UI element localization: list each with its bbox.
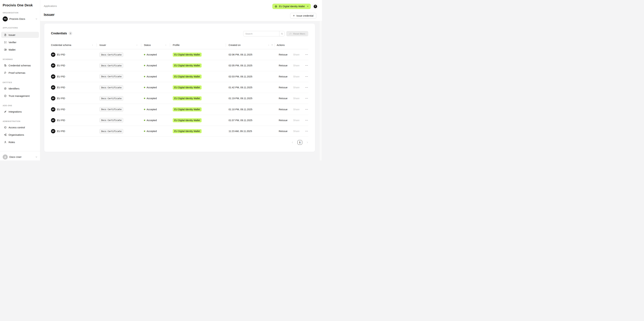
credential-schema-avatar: EP	[51, 74, 55, 79]
user-avatar	[3, 154, 8, 159]
sidebar-item-proof-schemas[interactable]: Proof schemas	[1, 70, 39, 76]
credential-schema-avatar: EP	[51, 96, 55, 100]
more-actions-icon[interactable]: ···	[305, 86, 308, 89]
share-action[interactable]: Share	[293, 86, 300, 89]
share-action[interactable]: Share	[293, 64, 300, 67]
issuer-tag: Docs Certificate	[100, 63, 123, 68]
credentials-title: Credentials	[51, 32, 67, 35]
issuer-tag: Docs Certificate	[100, 52, 123, 57]
reissue-action[interactable]: Reissue	[279, 53, 288, 56]
profile-tag: EU Digital Identity Wallet	[173, 96, 202, 100]
sort-icon[interactable]	[268, 44, 270, 46]
close-icon[interactable]	[306, 5, 309, 7]
share-action[interactable]: Share	[293, 108, 300, 111]
sidebar-section: ADD-ONS Integrations	[1, 104, 39, 115]
sidebar-item-organisations[interactable]: Organisations	[1, 132, 39, 138]
sidebar-section: ADMINISTRATION Access control Organisati…	[1, 120, 39, 145]
question-icon: ?	[314, 5, 317, 8]
sidebar-item-integrations[interactable]: Integrations	[1, 109, 39, 115]
issue-credential-button[interactable]: + Issue credential	[290, 13, 316, 18]
status-text: Accepted	[146, 97, 157, 100]
column-header-profile[interactable]: Profile	[170, 41, 226, 49]
sidebar-section: ENTITIES Identifiers Trust management	[1, 81, 39, 99]
reissue-action[interactable]: Reissue	[279, 75, 288, 78]
chevron-down-icon	[35, 156, 38, 158]
credential-schema-avatar: EP	[51, 85, 55, 90]
created-on-value: 02:06 PM, 09.11.2025	[228, 53, 252, 56]
person-icon	[4, 155, 7, 159]
sort-icon[interactable]	[165, 44, 167, 46]
filter-icon[interactable]	[271, 44, 273, 46]
user-menu[interactable]: Docs User	[0, 154, 40, 160]
chevron-left-icon[interactable]	[291, 141, 294, 144]
profile-tag: EU Digital Identity Wallet	[173, 85, 202, 89]
credential-schema-name: EU PID	[57, 130, 65, 132]
more-actions-icon[interactable]: ···	[305, 119, 308, 122]
column-header-issuer[interactable]: Issuer	[96, 41, 141, 49]
column-header-actions[interactable]: Actions	[274, 41, 308, 49]
profile-tag: EU Digital Identity Wallet	[173, 107, 202, 111]
pagination: 1	[291, 139, 308, 145]
issuer-tag: Docs Certificate	[100, 85, 123, 90]
help-button[interactable]: ?	[312, 4, 318, 9]
context-chip-eu-digital-identity-wallet[interactable]: EU Digital Identity Wallet	[272, 4, 311, 9]
share-action[interactable]: Share	[293, 130, 300, 132]
share-action[interactable]: Share	[293, 53, 300, 56]
status-text: Accepted	[146, 53, 157, 56]
sidebar-item-identifiers[interactable]: Identifiers	[1, 85, 39, 91]
more-actions-icon[interactable]: ···	[305, 64, 308, 67]
plus-icon: +	[293, 14, 295, 17]
more-actions-icon[interactable]: ···	[305, 97, 308, 100]
sidebar-section-label: ADMINISTRATION	[3, 120, 39, 123]
sidebar-item-credential-schemas[interactable]: Credential schemas	[1, 62, 39, 68]
reissue-action[interactable]: Reissue	[279, 119, 288, 122]
reissue-action[interactable]: Reissue	[279, 108, 288, 111]
sidebar-item-trust-management[interactable]: Trust management	[1, 93, 39, 99]
sidebar-item-access-control[interactable]: Access control	[1, 124, 39, 130]
sidebar-item-roles[interactable]: Roles	[1, 139, 39, 145]
reissue-action[interactable]: Reissue	[279, 64, 288, 67]
profile-tag: EU Digital Identity Wallet	[173, 63, 202, 67]
topbar: Applications EU Digital Identity Wallet …	[40, 0, 322, 21]
check-circle-icon	[4, 94, 7, 97]
reset-filters-button[interactable]: Reset filters	[286, 31, 308, 36]
column-header-credential-schema[interactable]: Credential schema	[51, 41, 96, 49]
sort-icon[interactable]	[136, 44, 138, 46]
created-on-value: 01:19 PM, 09.11.2025	[228, 97, 252, 100]
created-on-value: 01:10 PM, 09.11.2025	[228, 108, 252, 111]
issuer-tag: Docs Certificate	[100, 74, 123, 79]
sidebar-item-verifier[interactable]: Verifier	[1, 39, 39, 45]
chevron-right-icon[interactable]	[306, 141, 308, 144]
column-header-created-on[interactable]: Created on	[226, 41, 274, 49]
reissue-action[interactable]: Reissue	[279, 130, 288, 132]
more-actions-icon[interactable]: ···	[305, 108, 308, 111]
profile-tag: EU Digital Identity Wallet	[173, 118, 202, 122]
sidebar-item-wallet[interactable]: Wallet	[1, 46, 39, 53]
more-actions-icon[interactable]: ···	[305, 75, 308, 78]
sort-icon[interactable]	[92, 44, 94, 46]
share-action[interactable]: Share	[293, 97, 300, 100]
scrollbar-track[interactable]	[320, 21, 322, 160]
column-header-status[interactable]: Status	[141, 41, 170, 49]
more-actions-icon[interactable]: ···	[305, 53, 308, 56]
org-chart-icon	[4, 133, 7, 136]
credential-schema-name: EU PID	[57, 119, 65, 122]
page-number-button[interactable]: 1	[298, 140, 302, 145]
share-action[interactable]: Share	[293, 75, 300, 78]
page-title: Issuer	[44, 13, 55, 17]
more-actions-icon[interactable]: ···	[305, 130, 308, 132]
search-input[interactable]	[243, 31, 279, 36]
reissue-action[interactable]: Reissue	[279, 86, 288, 89]
credential-schema-name: EU PID	[57, 97, 65, 100]
credential-schema-avatar: EP	[51, 63, 55, 68]
created-on-value: 02:05 PM, 09.11.2025	[228, 64, 252, 67]
reissue-action[interactable]: Reissue	[279, 97, 288, 100]
status-dot	[144, 120, 145, 121]
login-arrow-icon	[4, 126, 7, 129]
sidebar-item-issuer[interactable]: Issuer	[1, 32, 39, 38]
issuer-tag: Docs Certificate	[100, 96, 123, 101]
search-icon[interactable]	[279, 31, 284, 36]
share-action[interactable]: Share	[293, 119, 300, 122]
document-icon	[4, 33, 7, 36]
profile-tag: EU Digital Identity Wallet	[173, 74, 202, 79]
